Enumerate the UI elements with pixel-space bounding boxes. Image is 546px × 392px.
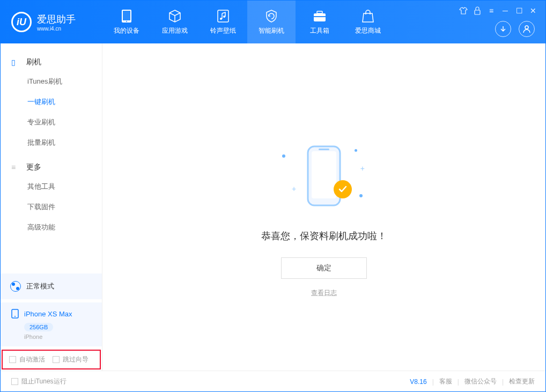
- bag-icon: [361, 9, 375, 23]
- footer-link-wechat[interactable]: 微信公众号: [464, 377, 497, 386]
- ok-button[interactable]: 确定: [281, 257, 367, 279]
- sidebar-item-batch-flash[interactable]: 批量刷机: [1, 132, 102, 153]
- nav-label: 智能刷机: [259, 26, 284, 35]
- phone-outline-icon: [305, 144, 343, 208]
- phone-icon: ▯: [11, 58, 20, 66]
- device-mode[interactable]: 正常模式: [1, 273, 102, 299]
- device-type: iPhone: [24, 334, 92, 340]
- checkbox-label: 自动激活: [19, 355, 45, 364]
- svg-point-2: [126, 21, 127, 22]
- svg-point-10: [525, 26, 528, 29]
- app-subtitle: www.i4.cn: [37, 26, 76, 32]
- window-controls: ≡ ─ ☐ ✕: [459, 6, 538, 16]
- nav-label: 应用游戏: [162, 26, 188, 35]
- mode-label: 正常模式: [26, 282, 54, 291]
- nav-smart-flash[interactable]: 智能刷机: [247, 1, 296, 43]
- svg-point-4: [220, 18, 222, 20]
- footer-link-service[interactable]: 客服: [439, 377, 452, 386]
- mode-icon: [10, 281, 21, 292]
- music-note-icon: [216, 9, 230, 23]
- sidebar-item-download-firmware[interactable]: 下载固件: [1, 197, 102, 217]
- cube-icon: [168, 9, 182, 23]
- checkbox-icon: [53, 356, 60, 363]
- section-title: 更多: [26, 162, 41, 172]
- checkbox-icon: [11, 378, 18, 385]
- svg-rect-6: [314, 13, 326, 21]
- checkbox-skip-guide[interactable]: 跳过向导: [53, 355, 88, 364]
- checkbox-label: 跳过向导: [63, 355, 88, 364]
- logo[interactable]: iU 爱思助手 www.i4.cn: [1, 12, 102, 32]
- sidebar-item-itunes-flash[interactable]: iTunes刷机: [1, 71, 102, 92]
- tshirt-icon[interactable]: [459, 6, 468, 16]
- svg-rect-7: [317, 11, 322, 13]
- check-circle-icon: [334, 180, 352, 198]
- options-row: 自动激活 跳过向导: [2, 350, 101, 369]
- svg-point-5: [223, 16, 225, 18]
- nav-my-device[interactable]: 我的设备: [102, 1, 151, 43]
- footer: 阻止iTunes运行 V8.16 | 客服 | 微信公众号 | 检查更新: [1, 371, 545, 392]
- sidebar-item-other-tools[interactable]: 其他工具: [1, 176, 102, 197]
- checkbox-icon: [9, 356, 16, 363]
- header: iU 爱思助手 www.i4.cn 我的设备 应用游戏 铃声壁纸 智能刷机 工具…: [1, 1, 545, 43]
- logo-icon: iU: [11, 12, 32, 32]
- minimize-icon[interactable]: ─: [500, 6, 510, 16]
- close-icon[interactable]: ✕: [528, 6, 538, 16]
- maximize-icon[interactable]: ☐: [514, 6, 524, 16]
- shield-refresh-icon: [264, 9, 278, 23]
- lock-icon[interactable]: [473, 6, 482, 16]
- phone-icon: [10, 309, 20, 319]
- menu-icon[interactable]: ≡: [486, 6, 496, 16]
- device-name: iPhone XS Max: [24, 310, 72, 318]
- nav-ringtones[interactable]: 铃声壁纸: [199, 1, 247, 43]
- device-info[interactable]: iPhone XS Max 256GB iPhone: [1, 302, 102, 346]
- checkbox-label: 阻止iTunes运行: [21, 377, 67, 386]
- version-label: V8.16: [410, 378, 426, 386]
- success-message: 恭喜您，保资料刷机成功啦！: [261, 230, 387, 242]
- nav-label: 爱思商城: [355, 26, 381, 35]
- view-log-link[interactable]: 查看日志: [311, 289, 337, 298]
- sidebar-section-more[interactable]: ≡ 更多: [1, 158, 102, 176]
- download-button[interactable]: [495, 21, 511, 37]
- sidebar-item-pro-flash[interactable]: 专业刷机: [1, 112, 102, 132]
- sidebar-item-advanced[interactable]: 高级功能: [1, 217, 102, 238]
- nav-apps-games[interactable]: 应用游戏: [151, 1, 199, 43]
- sidebar: ▯ 刷机 iTunes刷机 一键刷机 专业刷机 批量刷机 ≡ 更多 其他工具 下…: [1, 43, 102, 371]
- app-title: 爱思助手: [37, 13, 76, 26]
- svg-point-12: [14, 316, 16, 317]
- svg-rect-15: [319, 149, 329, 150]
- list-icon: ≡: [11, 163, 20, 172]
- nav-store[interactable]: 爱思商城: [344, 1, 392, 43]
- briefcase-icon: [313, 9, 327, 23]
- sidebar-section-flash[interactable]: ▯ 刷机: [1, 53, 102, 71]
- nav-label: 我的设备: [114, 26, 139, 35]
- main-content: + + 恭喜您，保资料刷机成功啦！ 确定 查看日志: [102, 43, 545, 371]
- svg-rect-1: [123, 11, 130, 20]
- section-title: 刷机: [26, 57, 41, 67]
- sidebar-item-onekey-flash[interactable]: 一键刷机: [1, 92, 102, 112]
- device-capacity: 256GB: [24, 323, 53, 331]
- svg-rect-8: [314, 16, 326, 17]
- svg-rect-14: [312, 151, 336, 198]
- nav-label: 铃声壁纸: [210, 26, 236, 35]
- success-illustration: + +: [286, 138, 361, 213]
- nav-toolbox[interactable]: 工具箱: [296, 1, 344, 43]
- svg-rect-9: [475, 10, 480, 14]
- footer-link-update[interactable]: 检查更新: [509, 377, 535, 386]
- checkbox-block-itunes[interactable]: 阻止iTunes运行: [11, 377, 67, 386]
- checkbox-auto-activate[interactable]: 自动激活: [9, 355, 45, 364]
- user-button[interactable]: [519, 21, 535, 37]
- svg-rect-3: [218, 10, 228, 22]
- top-nav: 我的设备 应用游戏 铃声壁纸 智能刷机 工具箱 爱思商城: [102, 1, 392, 43]
- nav-label: 工具箱: [310, 26, 329, 35]
- phone-icon: [120, 9, 134, 23]
